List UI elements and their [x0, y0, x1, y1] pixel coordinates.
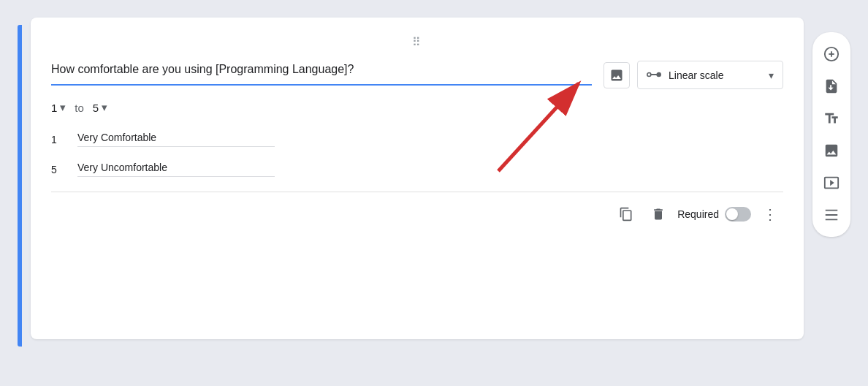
card-top: How comfortable are you using [Programmi…	[51, 61, 783, 89]
scale-to-value: 5	[93, 102, 99, 114]
drag-handle[interactable]: ⠿	[51, 35, 783, 49]
label-row-5: 5	[51, 162, 783, 177]
card-top-right: Linear scale ▾	[604, 61, 783, 89]
scale-from-select[interactable]: 1 ▾	[51, 101, 66, 114]
dropdown-arrow-icon: ▾	[769, 69, 774, 81]
more-options-button[interactable]: ⋮	[757, 201, 783, 227]
required-label: Required	[677, 208, 719, 220]
label-row-1: 1	[51, 132, 783, 147]
svg-line-4	[498, 83, 579, 171]
add-question-button[interactable]	[818, 41, 845, 67]
required-toggle[interactable]	[725, 207, 751, 222]
add-video-button[interactable]	[818, 170, 845, 196]
scale-to-label: to	[75, 102, 84, 114]
question-text: How comfortable are you using [Programmi…	[51, 61, 592, 78]
add-section-button[interactable]	[818, 202, 845, 228]
toggle-knob	[726, 208, 738, 220]
linear-scale-icon	[647, 67, 661, 83]
add-title-button[interactable]	[818, 105, 845, 132]
label-number-5: 5	[51, 164, 66, 175]
right-sidebar	[812, 32, 850, 237]
scale-from-arrow-icon: ▾	[60, 101, 66, 114]
scale-row: 1 ▾ to 5 ▾	[51, 101, 783, 114]
scale-to-arrow-icon: ▾	[102, 101, 107, 114]
type-dropdown[interactable]: Linear scale ▾	[637, 61, 783, 89]
label-input-5[interactable]	[77, 162, 275, 177]
add-image-sidebar-button[interactable]	[818, 137, 845, 164]
accent-bar	[18, 25, 22, 347]
card-footer: Required ⋮	[51, 192, 783, 236]
type-label: Linear scale	[669, 69, 761, 81]
question-area: How comfortable are you using [Programmi…	[51, 61, 592, 86]
svg-point-2	[657, 73, 660, 77]
scale-to-select[interactable]: 5 ▾	[93, 101, 107, 114]
delete-button[interactable]	[645, 201, 671, 227]
label-number-1: 1	[51, 134, 66, 145]
question-card: ⠿ How comfortable are you using [Program…	[31, 18, 804, 339]
scale-from-value: 1	[51, 102, 57, 114]
copy-button[interactable]	[613, 201, 639, 227]
add-image-button[interactable]	[604, 62, 630, 88]
label-input-1[interactable]	[77, 132, 275, 147]
import-questions-button[interactable]	[818, 73, 845, 99]
